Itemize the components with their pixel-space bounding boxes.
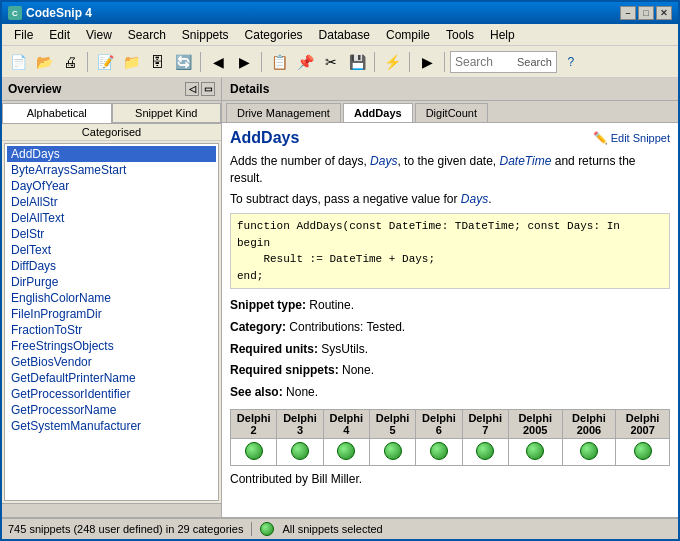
- paste-button[interactable]: 📌: [293, 50, 317, 74]
- green-check-icon: [430, 442, 448, 460]
- snippet-button[interactable]: 📝: [93, 50, 117, 74]
- list-item[interactable]: FileInProgramDir: [7, 306, 216, 322]
- list-item[interactable]: DiffDays: [7, 258, 216, 274]
- green-check-icon: [476, 442, 494, 460]
- list-item[interactable]: ByteArraysSameStart: [7, 162, 216, 178]
- green-check-icon: [526, 442, 544, 460]
- required-snippets-row: Required snippets: None.: [230, 360, 670, 382]
- close-button[interactable]: ✕: [656, 6, 672, 20]
- status-text-1: 745 snippets (248 user defined) in 29 ca…: [8, 523, 243, 535]
- maximize-button[interactable]: □: [638, 6, 654, 20]
- left-panel-hscroll[interactable]: [2, 503, 221, 517]
- title-bar: C CodeSnip 4 – □ ✕: [2, 2, 678, 24]
- green-check-icon: [634, 442, 652, 460]
- forward-button[interactable]: ▶: [232, 50, 256, 74]
- green-check-icon: [337, 442, 355, 460]
- minimize-button[interactable]: –: [620, 6, 636, 20]
- meta-section: Snippet type: Routine. Category: Contrib…: [230, 295, 670, 403]
- toolbar-sep-6: [444, 52, 445, 72]
- menu-help[interactable]: Help: [482, 26, 523, 44]
- green-check-icon: [245, 442, 263, 460]
- menu-search[interactable]: Search: [120, 26, 174, 44]
- list-item[interactable]: DelText: [7, 242, 216, 258]
- description-1: Adds the number of days, Days, to the gi…: [230, 153, 670, 187]
- menu-categories[interactable]: Categories: [237, 26, 311, 44]
- list-item[interactable]: DelAllStr: [7, 194, 216, 210]
- help-button[interactable]: ?: [559, 50, 583, 74]
- list-item[interactable]: DirPurge: [7, 274, 216, 290]
- status-bar: 745 snippets (248 user defined) in 29 ca…: [2, 517, 678, 539]
- toolbar-sep-2: [200, 52, 201, 72]
- snippet-list[interactable]: AddDays ByteArraysSameStart DayOfYear De…: [4, 143, 219, 501]
- list-item[interactable]: EnglishColorName: [7, 290, 216, 306]
- status-green-icon: [260, 522, 274, 536]
- tab-drive-management[interactable]: Drive Management: [226, 103, 341, 122]
- delphi-col-2006: Delphi 2006: [562, 410, 616, 439]
- menu-view[interactable]: View: [78, 26, 120, 44]
- app-icon: C: [8, 6, 22, 20]
- delphi-header-row: Delphi 2 Delphi 3 Delphi 4 Delphi 5 Delp…: [231, 410, 670, 439]
- see-also-row: See also: None.: [230, 382, 670, 404]
- category-row: Category: Contributions: Tested.: [230, 317, 670, 339]
- cut-button[interactable]: ✂: [319, 50, 343, 74]
- search-input[interactable]: [455, 55, 515, 69]
- menu-compile[interactable]: Compile: [378, 26, 438, 44]
- run-button[interactable]: ▶: [415, 50, 439, 74]
- category-button[interactable]: 📁: [119, 50, 143, 74]
- main-content: Overview ◁ ▭ Alphabetical Snippet Kind C…: [2, 78, 678, 517]
- status-text-2: All snippets selected: [282, 523, 382, 535]
- compile-button[interactable]: ⚡: [380, 50, 404, 74]
- green-check-icon: [384, 442, 402, 460]
- delphi-col-2005: Delphi 2005: [508, 410, 562, 439]
- search-label: Search: [517, 56, 552, 68]
- left-tab-row: Alphabetical Snippet Kind: [2, 101, 221, 124]
- menu-database[interactable]: Database: [311, 26, 378, 44]
- delphi-6-status: [416, 439, 462, 466]
- menu-file[interactable]: File: [6, 26, 41, 44]
- categorised-label: Categorised: [2, 124, 221, 141]
- tab-snippet-kind[interactable]: Snippet Kind: [112, 103, 222, 123]
- update-button[interactable]: 🔄: [171, 50, 195, 74]
- list-item[interactable]: GetSystemManufacturer: [7, 418, 216, 434]
- list-item[interactable]: GetProcessorIdentifier: [7, 386, 216, 402]
- panel-icon-1[interactable]: ◁: [185, 82, 199, 96]
- left-panel: Overview ◁ ▭ Alphabetical Snippet Kind C…: [2, 78, 222, 517]
- tab-adddays[interactable]: AddDays: [343, 103, 413, 122]
- snippet-list-items: AddDays ByteArraysSameStart DayOfYear De…: [5, 144, 218, 436]
- list-item[interactable]: FractionToStr: [7, 322, 216, 338]
- delphi-5-status: [369, 439, 415, 466]
- search-box[interactable]: Search: [450, 51, 557, 73]
- new-button[interactable]: 📄: [6, 50, 30, 74]
- green-check-icon: [580, 442, 598, 460]
- save-button[interactable]: 💾: [345, 50, 369, 74]
- panel-header-icons: ◁ ▭: [185, 82, 215, 96]
- menu-tools[interactable]: Tools: [438, 26, 482, 44]
- menu-edit[interactable]: Edit: [41, 26, 78, 44]
- title-bar-left: C CodeSnip 4: [8, 6, 92, 20]
- list-item[interactable]: GetDefaultPrinterName: [7, 370, 216, 386]
- app-window: C CodeSnip 4 – □ ✕ File Edit View Search…: [0, 0, 680, 541]
- toolbar-sep-3: [261, 52, 262, 72]
- list-item[interactable]: GetBiosVendor: [7, 354, 216, 370]
- right-panel: Details Drive Management AddDays DigitCo…: [222, 78, 678, 517]
- delphi-3-status: [277, 439, 323, 466]
- list-item[interactable]: GetProcessorName: [7, 402, 216, 418]
- edit-snippet-button[interactable]: ✏️ Edit Snippet: [593, 131, 670, 145]
- overview-header: Overview ◁ ▭: [2, 78, 221, 101]
- print-button[interactable]: 🖨: [58, 50, 82, 74]
- tab-digitcount[interactable]: DigitCount: [415, 103, 488, 122]
- list-item[interactable]: AddDays: [7, 146, 216, 162]
- back-button[interactable]: ◀: [206, 50, 230, 74]
- copy-button[interactable]: 📋: [267, 50, 291, 74]
- open-button[interactable]: 📂: [32, 50, 56, 74]
- tab-alphabetical[interactable]: Alphabetical: [2, 103, 112, 123]
- details-header: Details: [222, 78, 678, 101]
- list-item[interactable]: DayOfYear: [7, 178, 216, 194]
- list-item[interactable]: FreeStringsObjects: [7, 338, 216, 354]
- list-item[interactable]: DelAllText: [7, 210, 216, 226]
- panel-icon-2[interactable]: ▭: [201, 82, 215, 96]
- database-button[interactable]: 🗄: [145, 50, 169, 74]
- delphi-2-status: [231, 439, 277, 466]
- list-item[interactable]: DelStr: [7, 226, 216, 242]
- menu-snippets[interactable]: Snippets: [174, 26, 237, 44]
